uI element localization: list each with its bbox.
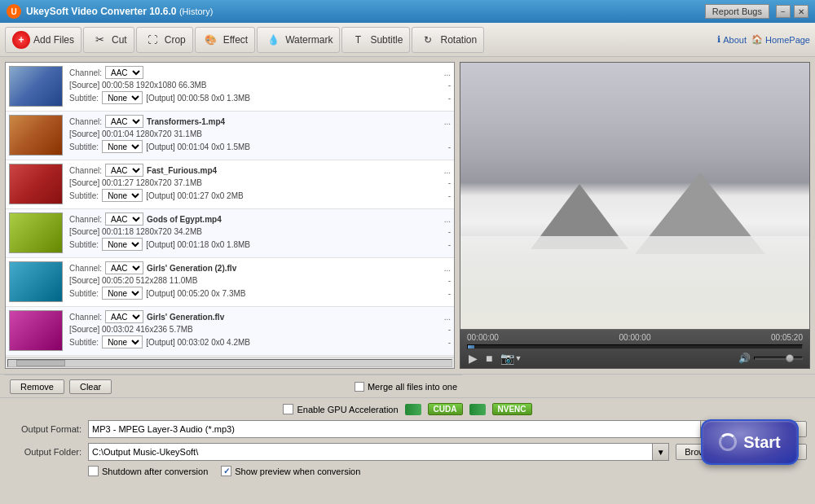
toolbar-right: ℹ About 🏠 HomePage (717, 34, 810, 45)
bottom-section: Enable GPU Acceleration CUDA NVENC Outpu… (0, 397, 815, 481)
app-title: UkeySoft Video Converter 10.6.0 (History… (26, 6, 213, 17)
file-thumbnail (9, 66, 63, 107)
file-dots[interactable]: ... (444, 264, 451, 273)
file-source-row: [Source] 00:01:27 1280x720 37.1MB - (69, 178, 451, 187)
subtitle-select[interactable]: None (102, 287, 143, 300)
toolbar: + Add Files ✂ Cut ⛶ Crop 🎨 Effect 💧 Wate… (0, 23, 815, 57)
format-select-container: ▼ (88, 420, 717, 438)
table-row[interactable]: Channel: AAC Girls' Generation.flv ... [… (6, 307, 454, 356)
channel-select[interactable]: AAC (105, 164, 143, 177)
subtitle-label: Subtitle: (69, 240, 99, 249)
subtitle-select[interactable]: None (102, 238, 143, 251)
subtitle-select[interactable]: None (102, 335, 143, 348)
merge-checkbox[interactable] (355, 382, 364, 392)
channel-select[interactable]: AAC (105, 310, 143, 323)
format-row: Output Format: ▼ Output Settings (8, 420, 807, 438)
channel-select[interactable]: AAC (105, 261, 143, 274)
shutdown-checkbox[interactable] (88, 466, 99, 476)
channel-select[interactable]: AAC (105, 115, 143, 128)
shutdown-label: Shutdown after conversion (102, 467, 208, 476)
table-row[interactable]: Channel: AAC Transformers-1.mp4 ... [Sou… (6, 112, 454, 160)
subtitle-select[interactable]: None (102, 91, 143, 104)
effect-icon: 🎨 (202, 31, 220, 49)
file-info: Channel: AAC ... [Source] 00:00:58 1920x… (69, 66, 451, 104)
cuda-badge: CUDA (428, 403, 463, 415)
horizontal-scrollbar[interactable] (6, 357, 454, 368)
start-button[interactable]: Start (701, 419, 799, 465)
rotation-button[interactable]: ↻ Rotation (412, 27, 484, 53)
file-dots[interactable]: ... (444, 215, 451, 224)
crop-icon: ⛶ (143, 31, 161, 49)
file-meta-row-top: Channel: AAC ... (69, 66, 451, 79)
file-info: Channel: AAC Girls' Generation (2).flv .… (69, 261, 451, 300)
file-thumbnail (9, 115, 63, 156)
file-source-row: [Source] 00:03:02 416x236 5.7MB - (69, 325, 451, 334)
merge-label: Merge all files into one (355, 382, 457, 392)
watermark-label: Watermark (285, 34, 333, 46)
about-link[interactable]: ℹ About (717, 34, 747, 45)
hscroll-track (7, 359, 452, 367)
gpu-acceleration-checkbox[interactable] (283, 404, 293, 414)
play-button[interactable]: ▶ (467, 352, 479, 365)
file-info: Channel: AAC Fast_Furious.mp4 ... [Sourc… (69, 164, 451, 202)
format-input[interactable] (88, 420, 701, 438)
start-label: Start (743, 433, 781, 452)
table-row[interactable]: Channel: AAC Fast_Furious.mp4 ... [Sourc… (6, 160, 454, 209)
crop-button[interactable]: ⛶ Crop (136, 27, 193, 53)
homepage-link[interactable]: 🏠 HomePage (751, 34, 810, 45)
volume-slider[interactable]: 🔊 (738, 353, 803, 364)
file-list-bottom-bar: Remove Clear Merge all files into one (5, 375, 462, 397)
file-dash: - (448, 276, 451, 285)
file-dots[interactable]: ... (444, 166, 451, 175)
video-preview (460, 62, 810, 330)
table-row[interactable]: Channel: AAC ... [Source] 00:00:58 1920x… (6, 63, 454, 112)
show-preview-checkbox[interactable]: ✓ (221, 466, 231, 476)
table-row[interactable]: Channel: AAC Girls' Generation (2).flv .… (6, 258, 454, 307)
output-dash: - (448, 191, 451, 200)
video-progress-bar[interactable] (467, 344, 803, 349)
file-dots[interactable]: ... (444, 313, 451, 322)
volume-icon: 🔊 (738, 353, 751, 364)
clear-button[interactable]: Clear (69, 379, 112, 394)
channel-label: Channel: (69, 313, 102, 322)
subtitle-select[interactable]: None (102, 140, 143, 153)
folder-input-container: ▼ (88, 443, 669, 461)
folder-dropdown-arrow[interactable]: ▼ (653, 443, 669, 461)
close-button[interactable]: ✕ (794, 5, 808, 18)
title-bar-left: U UkeySoft Video Converter 10.6.0 (Histo… (7, 4, 213, 19)
file-dash: - (448, 178, 451, 187)
subtitle-select[interactable]: None (102, 189, 143, 202)
subtitle-label: Subtitle: (69, 191, 99, 200)
gpu-bar: Enable GPU Acceleration CUDA NVENC (8, 403, 807, 415)
file-dots[interactable]: ... (444, 68, 451, 77)
watermark-button[interactable]: 💧 Watermark (257, 27, 340, 53)
add-files-icon: + (12, 31, 30, 49)
cut-icon: ✂ (90, 31, 108, 49)
subtitle-label: Subtitle (370, 34, 403, 46)
gpu-cuda-icon (405, 404, 421, 415)
stop-button[interactable]: ■ (484, 352, 494, 365)
report-bugs-button[interactable]: Report Bugs (705, 4, 769, 19)
minimize-button[interactable]: − (776, 5, 791, 18)
cut-button[interactable]: ✂ Cut (83, 27, 134, 53)
folder-label: Output Folder: (8, 447, 82, 457)
volume-track[interactable] (754, 357, 803, 360)
output-dash: - (448, 338, 451, 347)
screenshot-button[interactable]: 📷 ▼ (499, 352, 523, 365)
subtitle-label: Subtitle: (69, 289, 99, 298)
file-info: Channel: AAC Girls' Generation.flv ... [… (69, 310, 451, 348)
table-row[interactable]: Channel: AAC Gods of Egypt.mp4 ... [Sour… (6, 209, 454, 258)
folder-input[interactable] (88, 443, 653, 461)
file-meta-row-top: Channel: AAC Transformers-1.mp4 ... (69, 115, 451, 128)
add-files-button[interactable]: + Add Files (5, 27, 82, 53)
file-list-scroll[interactable]: Channel: AAC ... [Source] 00:00:58 1920x… (6, 63, 454, 357)
screenshot-dropdown[interactable]: ▼ (514, 354, 522, 362)
home-icon: 🏠 (751, 34, 763, 45)
subtitle-button[interactable]: T Subtitle (341, 27, 410, 53)
file-dots[interactable]: ... (444, 117, 451, 126)
effect-button[interactable]: 🎨 Effect (195, 27, 255, 53)
remove-button[interactable]: Remove (10, 379, 64, 394)
channel-select[interactable]: AAC (105, 66, 143, 79)
channel-select[interactable]: AAC (105, 213, 143, 226)
file-source: [Source] 00:01:27 1280x720 37.1MB (69, 178, 202, 187)
